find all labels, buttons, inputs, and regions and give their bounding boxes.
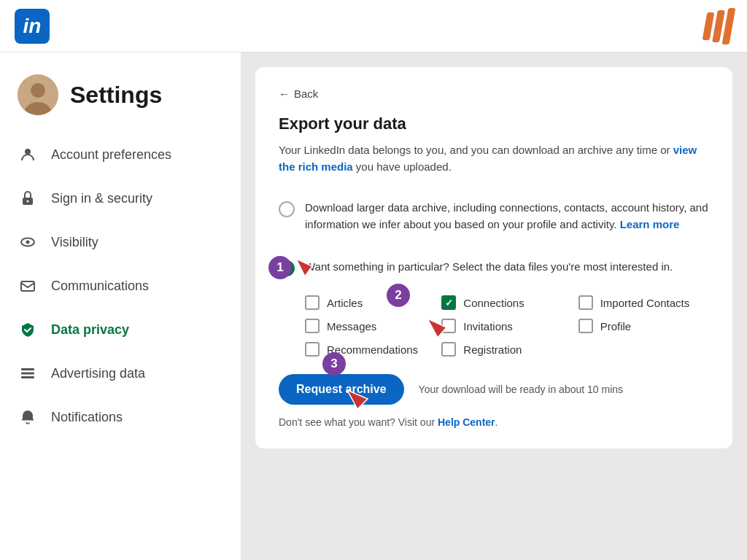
person-icon xyxy=(18,144,38,165)
checkbox-item-recommendations[interactable]: Recommendations xyxy=(305,342,436,357)
checkbox-item-articles[interactable]: Articles xyxy=(305,295,436,310)
linkedin-logo[interactable]: in xyxy=(15,9,50,44)
checkbox-label-messages: Messages xyxy=(327,320,376,332)
sidebar-item-account-preferences[interactable]: Account preferences xyxy=(0,133,241,176)
checkbox-item-invitations[interactable]: Invitations xyxy=(441,319,572,333)
checkbox-label-articles: Articles xyxy=(327,297,363,309)
sidebar-label-visibility: Visibility xyxy=(51,235,98,250)
sidebar-item-notifications[interactable]: Notifications xyxy=(0,395,241,439)
checkbox-articles[interactable] xyxy=(305,295,320,310)
svg-point-3 xyxy=(25,149,31,155)
request-archive-button[interactable]: Request archive xyxy=(279,374,404,405)
svg-point-5 xyxy=(27,201,29,203)
list-icon xyxy=(18,363,38,384)
radio-label-1: Download larger data archive, including … xyxy=(305,200,709,233)
checkbox-item-connections[interactable]: Connections xyxy=(441,295,572,310)
avatar xyxy=(18,74,58,115)
back-label: Back xyxy=(294,88,318,100)
svg-rect-11 xyxy=(21,376,34,378)
radio-option-1[interactable]: Download larger data archive, including … xyxy=(279,192,709,240)
checkbox-imported-contacts[interactable] xyxy=(578,295,593,310)
desc-text-2: you have uploaded. xyxy=(353,160,452,173)
shield-icon xyxy=(18,319,38,340)
checkboxes-grid: Articles Connections Imported Contacts xyxy=(279,295,709,357)
checkbox-label-imported-contacts: Imported Contacts xyxy=(600,297,690,309)
ready-text: Your download will be ready in about 10 … xyxy=(419,384,623,395)
sidebar-label-sign-in-security: Sign in & security xyxy=(51,191,152,206)
radio-section-2: 1 Want something in particular? Select t… xyxy=(279,252,709,284)
content-area: ← Back Export your data Your LinkedIn da… xyxy=(241,52,747,560)
envelope-icon xyxy=(18,276,38,296)
annotation-badge-2: 2 xyxy=(387,284,410,307)
card-title: Export your data xyxy=(279,114,709,133)
sidebar-label-communications: Communications xyxy=(51,279,149,294)
help-center-link[interactable]: Help Center xyxy=(438,416,495,428)
back-link[interactable]: ← Back xyxy=(279,88,709,100)
lock-icon xyxy=(18,188,38,209)
main-content: Settings Account preferences Sign in & s… xyxy=(0,52,747,560)
sidebar-item-communications[interactable]: Communications xyxy=(0,264,241,308)
checkbox-label-invitations: Invitations xyxy=(463,320,513,332)
checkbox-messages[interactable] xyxy=(305,319,320,333)
help-text-part1: Don't see what you want? Visit our xyxy=(279,416,438,428)
eye-icon xyxy=(18,232,38,252)
help-text: Don't see what you want? Visit our Help … xyxy=(279,416,709,428)
export-data-card: ← Back Export your data Your LinkedIn da… xyxy=(255,67,732,448)
top-bar: in xyxy=(0,0,747,52)
checkbox-item-profile[interactable]: Profile xyxy=(578,319,709,333)
card-description: Your LinkedIn data belongs to you, and y… xyxy=(279,142,709,175)
checkbox-label-registration: Registration xyxy=(463,343,522,356)
checkbox-label-profile: Profile xyxy=(600,320,632,332)
sidebar-item-advertising-data[interactable]: Advertising data xyxy=(0,351,241,395)
radio-label-2: Want something in particular? Select the… xyxy=(305,259,673,276)
settings-header: Settings xyxy=(0,67,241,133)
learn-more-link[interactable]: Learn more xyxy=(620,218,680,230)
checkbox-profile[interactable] xyxy=(578,319,593,333)
sidebar-item-visibility[interactable]: Visibility xyxy=(0,220,241,264)
svg-rect-8 xyxy=(21,281,34,291)
svg-point-1 xyxy=(31,83,45,98)
checkbox-item-imported-contacts[interactable]: Imported Contacts xyxy=(578,295,709,310)
checkbox-connections[interactable] xyxy=(441,295,456,310)
sidebar: Settings Account preferences Sign in & s… xyxy=(0,52,241,560)
svg-point-7 xyxy=(26,241,30,244)
bell-icon xyxy=(18,407,38,427)
settings-title: Settings xyxy=(70,82,162,109)
back-arrow-icon: ← xyxy=(279,88,290,100)
bottom-row: 3 Request archive Your download will be … xyxy=(279,374,709,405)
help-text-part2: . xyxy=(495,416,498,428)
annotation-badge-3: 3 xyxy=(322,352,346,376)
annotation-badge-1: 1 xyxy=(268,256,292,279)
sidebar-label-advertising-data: Advertising data xyxy=(51,366,145,381)
radio-circle-1[interactable] xyxy=(279,201,295,217)
svg-rect-9 xyxy=(21,368,34,370)
checkbox-recommendations[interactable] xyxy=(305,342,320,357)
svg-rect-10 xyxy=(21,373,34,375)
sidebar-label-notifications: Notifications xyxy=(51,410,123,425)
radio-section-1: Download larger data archive, including … xyxy=(279,192,709,240)
checkbox-registration[interactable] xyxy=(441,342,456,357)
checkbox-invitations[interactable] xyxy=(441,319,456,333)
sidebar-item-sign-in-security[interactable]: Sign in & security xyxy=(0,176,241,220)
sidebar-label-account-preferences: Account preferences xyxy=(51,147,171,163)
radio-option-2[interactable]: Want something in particular? Select the… xyxy=(279,252,709,284)
checkbox-item-messages[interactable]: Messages xyxy=(305,319,436,333)
sidebar-label-data-privacy: Data privacy xyxy=(51,322,129,338)
desc-text-1: Your LinkedIn data belongs to you, and y… xyxy=(279,144,673,156)
checkbox-item-registration[interactable]: Registration xyxy=(441,342,572,357)
sidebar-item-data-privacy[interactable]: Data privacy xyxy=(0,308,241,351)
brand-logo xyxy=(705,8,732,44)
checkbox-label-connections: Connections xyxy=(463,297,524,309)
